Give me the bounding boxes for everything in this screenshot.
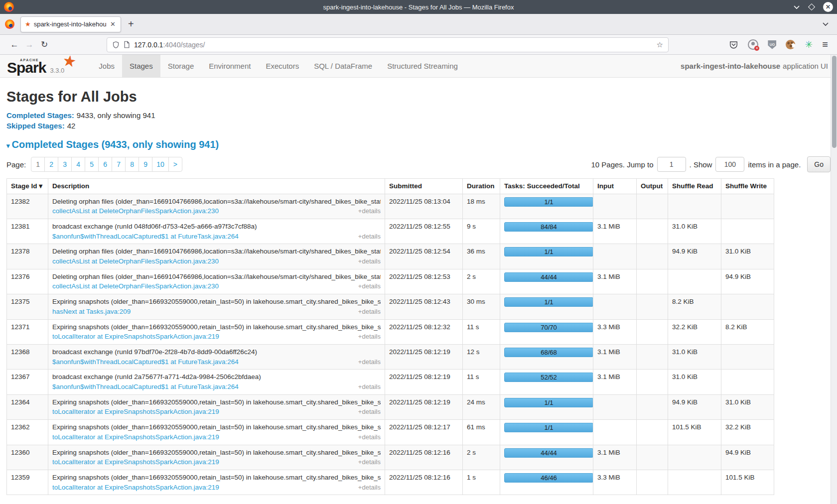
spark-tab-environment[interactable]: Environment — [201, 55, 258, 77]
details-toggle[interactable]: +details — [358, 307, 381, 317]
shuffle-read-cell: 31.0 KiB — [668, 370, 721, 394]
forward-button[interactable]: → — [22, 40, 37, 50]
stage-description: broadcast exchange (runId 048fd06f-d753-… — [52, 222, 381, 232]
skipped-stages-link[interactable]: Skipped Stages: — [6, 122, 65, 130]
items-per-page-input[interactable] — [715, 157, 744, 172]
shuffle-write-cell — [721, 194, 774, 219]
jump-to-page-input[interactable] — [657, 157, 686, 172]
details-toggle[interactable]: +details — [358, 332, 381, 342]
column-header[interactable]: Input — [593, 179, 637, 194]
tab-close-icon[interactable]: ✕ — [109, 20, 117, 28]
details-toggle[interactable]: +details — [358, 433, 381, 442]
description-cell: broadcast exchange (runId 97bdf70e-2f28-… — [48, 345, 385, 370]
spark-nav-tabs: JobsStagesStorageEnvironmentExecutorsSQL… — [91, 55, 465, 77]
browser-tab[interactable]: ★ spark-ingest-into-lakehous ✕ — [20, 16, 121, 32]
pocket-icon[interactable] — [729, 40, 738, 49]
column-header[interactable]: Submitted — [385, 179, 463, 194]
go-button[interactable]: Go — [807, 156, 831, 172]
back-button[interactable]: ← — [7, 40, 22, 50]
page-link[interactable]: > — [168, 157, 182, 172]
page-button-2: 2 — [45, 157, 58, 172]
page-link[interactable]: 4 — [71, 157, 85, 172]
minimize-button[interactable] — [793, 5, 800, 9]
completed-stages-link[interactable]: Completed Stages: — [6, 111, 74, 120]
bookmark-star-icon[interactable]: ☆ — [657, 40, 663, 49]
spark-logo[interactable]: APACHE Spark ★ 3.3.0 — [7, 55, 77, 77]
page-link[interactable]: 3 — [58, 157, 72, 172]
spark-tab-structured-streaming[interactable]: Structured Streaming — [380, 55, 465, 77]
stage-detail-link[interactable]: collectAsList at DeleteOrphanFilesSparkA… — [52, 206, 219, 216]
stage-detail-link[interactable]: toLocalIterator at ExpireSnapshotsSparkA… — [52, 483, 219, 493]
stage-detail-link[interactable]: collectAsList at DeleteOrphanFilesSparkA… — [52, 256, 219, 266]
task-progress-bar: 70/70 — [504, 323, 593, 332]
details-toggle[interactable]: +details — [358, 358, 381, 367]
cookie-extension-icon[interactable] — [786, 40, 795, 49]
column-header[interactable]: Stage Id ▾ — [7, 179, 48, 194]
scrollbar-thumb[interactable] — [832, 56, 837, 148]
duration-cell: 9 s — [463, 219, 500, 244]
skipped-stages-stat: Skipped Stages:42 — [6, 122, 831, 130]
stage-detail-link[interactable]: $anonfun$withThreadLocalCaptured$1 at Fu… — [52, 232, 239, 242]
submitted-cell: 2022/11/25 08:12:43 — [385, 294, 463, 319]
page-scrollbar[interactable] — [831, 55, 837, 504]
details-toggle[interactable]: +details — [358, 407, 381, 417]
table-row: 12362Expiring snapshots (older_than=1669… — [7, 420, 774, 445]
stage-description: Expiring snapshots (older_than=166932055… — [52, 473, 381, 483]
spark-tab-stages[interactable]: Stages — [122, 55, 160, 77]
account-icon[interactable] — [748, 39, 758, 50]
close-window-button[interactable]: ✕ — [823, 2, 833, 12]
page-link[interactable]: 2 — [44, 157, 58, 172]
menu-hamburger-icon[interactable]: ≡ — [822, 39, 828, 50]
column-header[interactable]: Output — [637, 179, 668, 194]
column-header[interactable]: Shuffle Read — [668, 179, 721, 194]
details-toggle[interactable]: +details — [358, 232, 381, 242]
page-link[interactable]: 7 — [112, 157, 126, 172]
stage-detail-link[interactable]: toLocalIterator at ExpireSnapshotsSparkA… — [52, 457, 219, 467]
stage-detail-link[interactable]: collectAsList at DeleteOrphanFilesSparkA… — [52, 281, 219, 291]
stage-detail-link[interactable]: toLocalIterator at ExpireSnapshotsSparkA… — [52, 407, 219, 417]
stage-detail-link[interactable]: toLocalIterator at ExpireSnapshotsSparkA… — [52, 432, 219, 442]
column-header[interactable]: Shuffle Write — [721, 179, 774, 194]
details-toggle[interactable]: +details — [358, 382, 381, 392]
page-link[interactable]: 1 — [31, 157, 45, 172]
input-cell: 3.1 MiB — [593, 269, 637, 294]
shuffle-write-cell — [721, 219, 774, 244]
url-bar[interactable]: 127.0.0.1:4040/stages/ ☆ — [107, 37, 669, 52]
firefox-view-icon[interactable] — [5, 19, 14, 29]
shuffle-read-cell: 101.5 KiB — [668, 420, 721, 445]
spark-tab-sql-dataframe[interactable]: SQL / DataFrame — [306, 55, 380, 77]
spark-tab-storage[interactable]: Storage — [160, 55, 202, 77]
page-link[interactable]: 9 — [139, 157, 152, 172]
completed-stages-section-toggle[interactable]: ▾Completed Stages (9433, only showing 94… — [6, 139, 831, 150]
ublock-origin-icon[interactable]: UO — [768, 40, 776, 49]
tasks-cell: 44/44 — [500, 445, 593, 470]
task-progress-bar: 84/84 — [504, 222, 593, 232]
page-button-3: 3 — [58, 157, 72, 172]
page-link[interactable]: 5 — [85, 157, 99, 172]
stage-detail-link[interactable]: hasNext at Tasks.java:209 — [52, 307, 131, 317]
stage-detail-link[interactable]: $anonfun$withThreadLocalCaptured$1 at Fu… — [52, 357, 239, 367]
shield-icon[interactable] — [112, 41, 120, 49]
output-cell — [637, 269, 668, 294]
column-header[interactable]: Tasks: Succeeded/Total — [500, 179, 593, 194]
extension-asterisk-icon[interactable]: ✳ — [805, 40, 813, 49]
stage-detail-link[interactable]: $anonfun$withThreadLocalCaptured$1 at Fu… — [52, 382, 239, 392]
spark-tab-executors[interactable]: Executors — [258, 55, 306, 77]
column-header[interactable]: Description — [48, 179, 385, 194]
details-toggle[interactable]: +details — [358, 483, 381, 493]
details-toggle[interactable]: +details — [358, 257, 381, 266]
maximize-button[interactable] — [808, 3, 815, 10]
details-toggle[interactable]: +details — [358, 282, 381, 291]
column-header[interactable]: Duration — [463, 179, 500, 194]
page-link[interactable]: 8 — [125, 157, 139, 172]
spark-tab-jobs[interactable]: Jobs — [91, 55, 122, 77]
details-toggle[interactable]: +details — [358, 207, 381, 216]
page-info-icon[interactable] — [124, 41, 130, 48]
new-tab-button[interactable]: + — [128, 18, 134, 30]
list-all-tabs-icon[interactable] — [822, 22, 829, 26]
page-link[interactable]: 6 — [98, 157, 112, 172]
details-toggle[interactable]: +details — [358, 458, 381, 467]
stage-detail-link[interactable]: toLocalIterator at ExpireSnapshotsSparkA… — [52, 332, 219, 342]
page-link[interactable]: 10 — [152, 157, 169, 172]
reload-button[interactable]: ↻ — [37, 39, 52, 50]
